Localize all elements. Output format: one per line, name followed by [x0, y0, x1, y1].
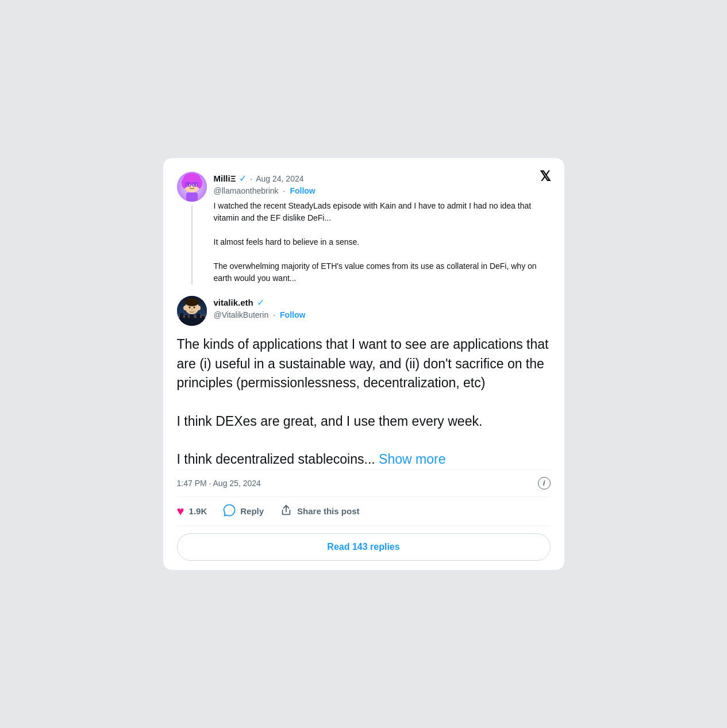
- millie-display-name: MilliΞ: [214, 174, 236, 183]
- read-replies-button[interactable]: Read 143 replies: [177, 533, 551, 561]
- vitalik-follow-button[interactable]: Follow: [280, 310, 305, 319]
- dot-separator-3: ·: [273, 310, 275, 319]
- show-more-link[interactable]: Show more: [379, 452, 445, 467]
- share-label: Share this post: [297, 506, 359, 516]
- tweet-card: 𝕏: [163, 157, 565, 570]
- vitalik-handle: @VitalikButerin: [214, 310, 269, 319]
- millie-user-row: MilliΞ ✓ · Aug 24, 2024: [214, 173, 551, 184]
- vitalik-avatar: [177, 296, 207, 326]
- quoted-left-column: [177, 172, 207, 284]
- main-tweet: vitalik.eth ✓ @VitalikButerin · Follow: [177, 296, 551, 326]
- thread-line: [191, 205, 193, 284]
- x-logo: 𝕏: [540, 170, 551, 183]
- svg-point-19: [185, 298, 199, 306]
- vitalik-body-p1: The kinds of applications that I want to…: [177, 335, 551, 392]
- like-count: 1.9K: [189, 506, 207, 516]
- svg-rect-13: [180, 313, 183, 326]
- svg-point-3: [182, 178, 187, 188]
- metadata-row: 1:47 PM · Aug 25, 2024 i: [177, 469, 551, 497]
- svg-rect-16: [197, 314, 200, 326]
- reply-bubble-icon: [223, 504, 236, 519]
- vitalik-tweet-body: The kinds of applications that I want to…: [177, 335, 551, 469]
- heart-icon: ♥: [177, 504, 184, 519]
- vitalik-user-row: vitalik.eth ✓: [214, 297, 551, 308]
- action-row: ♥ 1.9K Reply Share this post: [177, 504, 551, 526]
- svg-rect-14: [185, 315, 188, 326]
- svg-point-9: [194, 183, 196, 186]
- svg-point-20: [189, 307, 190, 309]
- share-icon: [280, 504, 293, 519]
- like-action[interactable]: ♥ 1.9K: [177, 504, 207, 519]
- svg-point-21: [193, 307, 195, 309]
- dot-separator: ·: [250, 174, 252, 183]
- millie-timestamp: Aug 24, 2024: [256, 174, 303, 183]
- vitalik-display-name: vitalik.eth: [214, 298, 253, 307]
- reply-action[interactable]: Reply: [223, 504, 264, 519]
- millie-verified-icon: ✓: [239, 173, 247, 184]
- vitalik-verified-icon: ✓: [257, 297, 264, 308]
- millie-avatar: [177, 172, 207, 202]
- share-action[interactable]: Share this post: [280, 504, 359, 519]
- millie-handle: @llamaonthebrink: [214, 186, 279, 195]
- millie-tweet-text: I watched the recent SteadyLads episode …: [214, 200, 551, 284]
- quoted-tweet: MilliΞ ✓ · Aug 24, 2024 @llamaonthebrink…: [177, 172, 551, 284]
- quoted-content: MilliΞ ✓ · Aug 24, 2024 @llamaonthebrink…: [214, 172, 551, 284]
- millie-follow-button[interactable]: Follow: [290, 186, 315, 195]
- dot-separator-2: ·: [283, 186, 286, 195]
- svg-point-22: [183, 306, 187, 310]
- svg-rect-10: [186, 192, 198, 202]
- reply-label: Reply: [240, 506, 264, 516]
- vitalik-body-p2: I think DEXes are great, and I use them …: [177, 412, 551, 431]
- svg-point-8: [187, 183, 189, 186]
- vitalik-handle-row: @VitalikButerin · Follow: [214, 310, 551, 319]
- tweet-timestamp: 1:47 PM · Aug 25, 2024: [177, 479, 261, 488]
- millie-handle-row: @llamaonthebrink · Follow: [214, 186, 551, 195]
- info-icon[interactable]: i: [538, 477, 551, 490]
- svg-rect-17: [202, 316, 205, 326]
- vitalik-content: vitalik.eth ✓ @VitalikButerin · Follow: [214, 296, 551, 326]
- svg-point-23: [197, 306, 201, 310]
- vitalik-body-p3: I think decentralized stablecoins... Sho…: [177, 450, 551, 469]
